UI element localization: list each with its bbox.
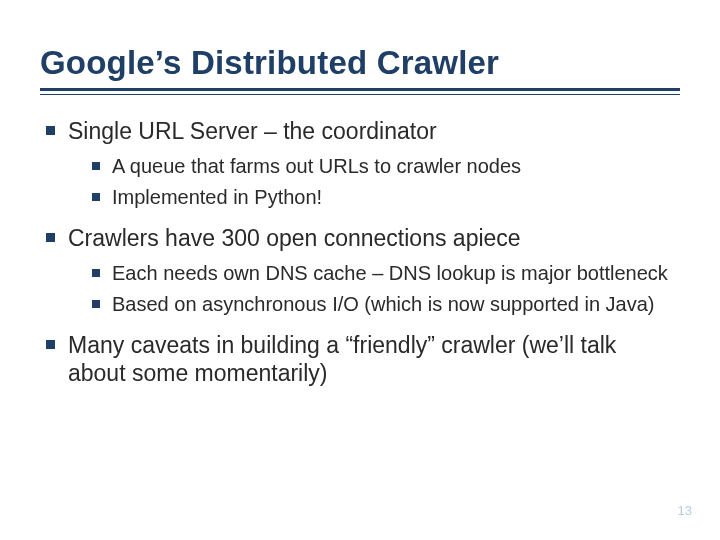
sub-bullet-text: Based on asynchronous I/O (which is now …	[112, 293, 655, 315]
page-number: 13	[678, 503, 692, 518]
bullet-item: Single URL Server – the coordinator A qu…	[44, 117, 680, 210]
bullet-text: Single URL Server – the coordinator	[68, 118, 437, 144]
slide-title: Google’s Distributed Crawler	[40, 44, 680, 82]
slide: Google’s Distributed Crawler Single URL …	[0, 0, 720, 540]
bullet-item: Many caveats in building a “friendly” cr…	[44, 331, 680, 389]
sub-bullet-item: A queue that farms out URLs to crawler n…	[92, 154, 680, 179]
sub-bullet-list: Each needs own DNS cache – DNS lookup is…	[68, 261, 680, 317]
bullet-list: Single URL Server – the coordinator A qu…	[40, 117, 680, 388]
bullet-text: Crawlers have 300 open connections apiec…	[68, 225, 521, 251]
sub-bullet-item: Implemented in Python!	[92, 185, 680, 210]
title-underline-thin	[40, 94, 680, 95]
sub-bullet-text: A queue that farms out URLs to crawler n…	[112, 155, 521, 177]
sub-bullet-text: Each needs own DNS cache – DNS lookup is…	[112, 262, 668, 284]
sub-bullet-text: Implemented in Python!	[112, 186, 322, 208]
sub-bullet-list: A queue that farms out URLs to crawler n…	[68, 154, 680, 210]
sub-bullet-item: Based on asynchronous I/O (which is now …	[92, 292, 680, 317]
sub-bullet-item: Each needs own DNS cache – DNS lookup is…	[92, 261, 680, 286]
bullet-text: Many caveats in building a “friendly” cr…	[68, 332, 616, 387]
bullet-item: Crawlers have 300 open connections apiec…	[44, 224, 680, 317]
title-underline	[40, 88, 680, 91]
